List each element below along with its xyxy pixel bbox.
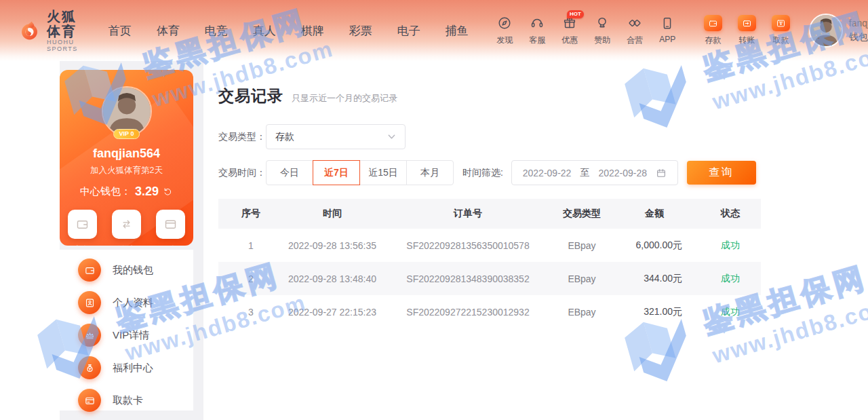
nav-item-slots[interactable]: 电子 — [397, 23, 420, 39]
date-to-value[interactable]: 2022-09-28 — [598, 168, 647, 178]
cell-status: 成功 — [700, 273, 761, 285]
sidebar-transfer-label: 转账 — [117, 244, 136, 246]
cell-amount: 344.00元 — [609, 273, 700, 285]
withdraw-label: 取款 — [772, 35, 789, 46]
nav-item-chess[interactable]: 棋牌 — [301, 23, 324, 39]
search-button[interactable]: 查询 — [687, 161, 756, 185]
sidebar-item-withdraw-card[interactable]: 取款卡 — [60, 384, 193, 417]
discover-button[interactable]: 发现 — [490, 16, 519, 46]
sidebar-item-profile[interactable]: 个人资料 — [60, 286, 193, 319]
page-subtitle: 只显示近一个月的交易记录 — [292, 92, 397, 104]
type-filter-label: 交易类型： — [218, 131, 266, 143]
headset-icon — [530, 16, 545, 31]
sidebar-item-my-wallet[interactable]: 我的钱包 — [60, 254, 193, 286]
deposit-icon — [704, 15, 722, 31]
tab-last-7-days[interactable]: 近7日 — [313, 160, 360, 185]
time-range-tabs: 今日 近7日 近15日 本月 — [266, 160, 454, 185]
sidebar-deposit-label: 存款 — [73, 244, 92, 246]
sidebar-item-vip-details[interactable]: VIP详情 — [60, 319, 193, 351]
avatar-photo — [810, 15, 842, 46]
profile-card: VIP 0 fanqjian564 加入火狐体育第2天 中心钱包： 3.29 存… — [60, 70, 193, 246]
flame-logo-icon — [19, 15, 40, 46]
sponsor-button[interactable]: 赞助 — [588, 16, 617, 46]
tab-last-15-days[interactable]: 近15日 — [359, 160, 407, 185]
transfer-label: 转账 — [738, 35, 755, 46]
withdraw-icon — [156, 210, 185, 239]
sidebar-deposit-button[interactable]: 存款 — [68, 210, 97, 246]
discover-label: 发现 — [496, 35, 513, 46]
deposit-label: 存款 — [705, 35, 721, 46]
table-row: 3 2022-09-27 22:15:23 SF2022092722152300… — [218, 295, 761, 328]
col-header-status: 状态 — [700, 208, 761, 220]
compass-icon — [497, 16, 512, 31]
deposit-icon — [68, 210, 97, 239]
cell-status: 成功 — [700, 240, 761, 252]
quick-icon-group: 发现 客服 HOT 优惠 赞助 合营 — [490, 16, 682, 46]
partner-icon — [627, 16, 642, 31]
cell-seq: 3 — [218, 307, 283, 318]
sidebar-item-label: 福利中心 — [113, 362, 153, 375]
profile-actions: 存款 转账 取款 — [60, 210, 193, 246]
filter-type-row: 交易类型： 存款 — [218, 124, 868, 149]
brand-text: 火狐体育 HUOHU SPORTS — [47, 9, 88, 52]
nav-item-esports[interactable]: 电竞 — [205, 23, 228, 39]
promo-label: 优惠 — [561, 35, 578, 46]
refresh-icon[interactable] — [163, 187, 173, 197]
nav-item-live[interactable]: 真人 — [253, 23, 276, 39]
promo-button[interactable]: HOT 优惠 — [555, 16, 585, 46]
withdraw-button[interactable]: 取款 — [766, 15, 795, 46]
cell-amount: 6,000.00元 — [609, 240, 700, 252]
date-range-picker[interactable]: 2022-09-22 至 2022-09-28 — [511, 160, 678, 185]
selected-type-value: 存款 — [275, 131, 294, 143]
sidebar-item-label: 取款卡 — [113, 394, 143, 407]
tab-this-month[interactable]: 本月 — [406, 160, 454, 185]
col-header-amount: 金额 — [609, 208, 700, 220]
cell-type: EBpay — [555, 240, 609, 251]
date-filter-label: 时间筛选: — [462, 167, 503, 179]
support-button[interactable]: 客服 — [523, 16, 552, 46]
user-block: fanqjian564 VIP0 钱包:3.29 — [809, 14, 868, 47]
sidebar-item-label: VIP详情 — [113, 329, 149, 342]
transfer-icon — [112, 210, 141, 239]
nav-item-fishing[interactable]: 捕鱼 — [446, 23, 469, 39]
table-header-row: 序号 时间 订单号 交易类型 金额 状态 — [218, 199, 761, 229]
user-avatar[interactable] — [809, 14, 843, 47]
transfer-button[interactable]: 转账 — [732, 15, 762, 46]
brand-logo[interactable]: 火狐体育 HUOHU SPORTS — [19, 9, 88, 52]
cell-order: SF202209272215230012932 — [381, 307, 555, 318]
profile-username: fanqjian564 — [60, 147, 193, 161]
partner-button[interactable]: 合营 — [620, 16, 650, 46]
tab-today[interactable]: 今日 — [266, 160, 313, 185]
col-header-time: 时间 — [283, 208, 381, 220]
center-wallet-label: 中心钱包： — [80, 185, 131, 198]
top-header: 火狐体育 HUOHU SPORTS 首页 体育 电竞 真人 棋牌 彩票 电子 捕… — [0, 0, 868, 61]
bank-card-icon — [78, 389, 101, 412]
sponsor-label: 赞助 — [594, 35, 610, 46]
sidebar-withdraw-button[interactable]: 取款 — [156, 210, 185, 246]
date-from-value[interactable]: 2022-09-22 — [523, 168, 572, 178]
user-meta: fanqjian564 VIP0 钱包:3.29 — [849, 18, 868, 43]
cell-time: 2022-09-28 13:48:40 — [283, 273, 381, 284]
main-panel: 交易记录 只显示近一个月的交易记录 交易类型： 存款 交易时间： 今日 近7日 … — [203, 61, 868, 420]
sidebar-withdraw-label: 取款 — [161, 244, 180, 246]
money-bag-icon — [78, 356, 101, 379]
deposit-button[interactable]: 存款 — [698, 15, 728, 46]
support-label: 客服 — [529, 35, 545, 46]
app-label: APP — [659, 35, 675, 44]
nav-item-lottery[interactable]: 彩票 — [349, 23, 372, 39]
transactions-table: 序号 时间 订单号 交易类型 金额 状态 1 2022-09-28 13:56:… — [218, 199, 761, 328]
app-button[interactable]: APP — [653, 16, 682, 46]
sidebar-item-welfare-center[interactable]: 福利中心 — [60, 351, 193, 384]
wallet-action-group: 存款 转账 取款 — [698, 15, 795, 46]
cell-seq: 2 — [218, 273, 283, 284]
sidebar-transfer-button[interactable]: 转账 — [112, 210, 141, 246]
nav-item-home[interactable]: 首页 — [108, 23, 132, 39]
col-header-order: 订单号 — [381, 208, 555, 220]
transaction-type-select[interactable]: 存款 — [266, 124, 406, 149]
center-wallet-row: 中心钱包： 3.29 — [60, 185, 193, 199]
profile-vip-badge: VIP 0 — [113, 129, 140, 139]
cell-order: SF202209281348390038352 — [381, 273, 555, 284]
avatar-photo — [103, 88, 151, 135]
nav-item-sports[interactable]: 体育 — [157, 23, 180, 39]
table-row: 2 2022-09-28 13:48:40 SF2022092813483900… — [218, 262, 761, 295]
